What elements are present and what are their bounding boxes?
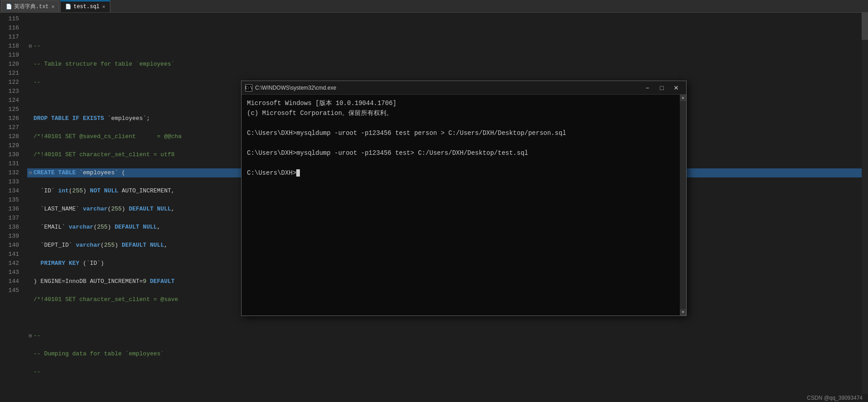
tab-dict[interactable]: 📄 英语字典.txt ✕	[1, 0, 59, 12]
scroll-down-arrow[interactable]: ▼	[680, 309, 686, 316]
cmd-line-6: C:\Users\DXH>mysqldump -uroot -p123456 t…	[247, 148, 681, 158]
tab-bar: 📄 英语字典.txt ✕ 📄 test.sql ✕	[0, 0, 868, 13]
status-text: CSDN @qq_39093474	[807, 395, 863, 401]
cmd-line-4: C:\Users\DXH>mysqldump -uroot -p123456 t…	[247, 128, 681, 138]
cmd-line-1: Microsoft Windows [版本 10.0.19044.1706]	[247, 98, 681, 108]
file-icon: 📄	[6, 4, 12, 10]
tab-sql-close[interactable]: ✕	[102, 4, 105, 10]
cmd-line-5	[247, 138, 681, 148]
cmd-prompt-line: C:\Users\DXH>	[247, 168, 681, 178]
line-numbers: 115 116 117 118 119 120 121 122 123 124 …	[0, 13, 23, 402]
cmd-scrollbar[interactable]: ▲ ▼	[680, 95, 686, 316]
cmd-title-left: C:\ C:\WINDOWS\system32\cmd.exe	[245, 84, 336, 91]
close-button[interactable]: ✕	[670, 83, 683, 92]
editor-scrollbar[interactable]	[862, 13, 868, 402]
cmd-cursor	[296, 169, 300, 177]
minimize-button[interactable]: −	[641, 83, 654, 92]
cmd-line-7	[247, 158, 681, 168]
cmd-controls: − □ ✕	[641, 83, 683, 92]
maximize-button[interactable]: □	[655, 83, 668, 92]
status-bar: CSDN @qq_39093474	[802, 394, 868, 402]
editor-scrollbar-thumb[interactable]	[862, 13, 868, 40]
cmd-line-2: (c) Microsoft Corporation。保留所有权利。	[247, 108, 681, 118]
cmd-icon: C:\	[245, 84, 252, 91]
tab-sql[interactable]: 📄 test.sql ✕	[60, 0, 110, 12]
tab-dict-label: 英语字典.txt	[14, 3, 49, 10]
cmd-line-3	[247, 118, 681, 128]
cmd-window: C:\ C:\WINDOWS\system32\cmd.exe − □ ✕ Mi…	[241, 81, 687, 316]
cmd-body[interactable]: Microsoft Windows [版本 10.0.19044.1706] (…	[242, 95, 686, 316]
tab-sql-label: test.sql	[73, 4, 100, 10]
scroll-up-arrow[interactable]: ▲	[680, 95, 686, 101]
file-icon-sql: 📄	[65, 4, 71, 10]
cmd-title-text: C:\WINDOWS\system32\cmd.exe	[255, 85, 336, 91]
scroll-thumb[interactable]	[680, 101, 686, 309]
tab-dict-close[interactable]: ✕	[52, 4, 55, 10]
cmd-titlebar: C:\ C:\WINDOWS\system32\cmd.exe − □ ✕	[242, 81, 686, 95]
